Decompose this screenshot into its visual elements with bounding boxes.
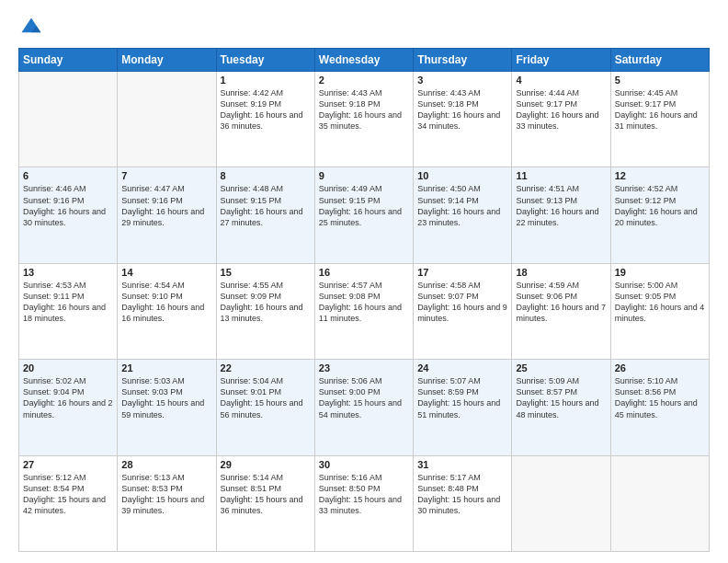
calendar-cell: 1 Sunrise: 4:42 AMSunset: 9:19 PMDayligh… <box>216 72 314 167</box>
calendar-cell: 17 Sunrise: 4:58 AMSunset: 9:07 PMDaylig… <box>414 263 512 359</box>
day-info: Sunrise: 5:09 AMSunset: 8:57 PMDaylight:… <box>516 375 606 420</box>
calendar-cell: 31 Sunrise: 5:17 AMSunset: 8:48 PMDaylig… <box>414 455 512 551</box>
calendar-cell: 21 Sunrise: 5:03 AMSunset: 9:03 PMDaylig… <box>118 360 216 455</box>
week-row-3: 20 Sunrise: 5:02 AMSunset: 9:04 PMDaylig… <box>19 360 710 455</box>
day-info: Sunrise: 4:58 AMSunset: 9:07 PMDaylight:… <box>417 280 507 325</box>
day-number: 4 <box>516 75 606 86</box>
day-info: Sunrise: 5:07 AMSunset: 8:59 PMDaylight:… <box>417 375 507 420</box>
day-number: 30 <box>319 459 409 470</box>
calendar-cell: 26 Sunrise: 5:10 AMSunset: 8:56 PMDaylig… <box>610 360 709 455</box>
calendar-cell: 12 Sunrise: 4:52 AMSunset: 9:12 PMDaylig… <box>610 167 709 263</box>
day-number: 20 <box>23 362 113 373</box>
day-number: 10 <box>417 170 507 181</box>
day-number: 23 <box>319 362 409 373</box>
day-number: 15 <box>221 267 311 278</box>
day-number: 19 <box>615 267 705 278</box>
calendar-cell: 7 Sunrise: 4:47 AMSunset: 9:16 PMDayligh… <box>118 167 216 263</box>
header <box>18 15 710 40</box>
calendar-cell <box>19 72 118 167</box>
day-number: 22 <box>221 362 311 373</box>
logo-icon <box>18 15 44 40</box>
calendar-cell: 30 Sunrise: 5:16 AMSunset: 8:50 PMDaylig… <box>314 455 413 551</box>
day-info: Sunrise: 4:53 AMSunset: 9:11 PMDaylight:… <box>23 280 113 325</box>
weekday-header-saturday: Saturday <box>610 49 709 72</box>
day-number: 9 <box>319 170 409 181</box>
calendar-cell <box>610 455 709 551</box>
day-info: Sunrise: 5:06 AMSunset: 9:00 PMDaylight:… <box>319 375 409 420</box>
calendar-table: SundayMondayTuesdayWednesdayThursdayFrid… <box>18 48 710 552</box>
day-info: Sunrise: 5:13 AMSunset: 8:53 PMDaylight:… <box>121 472 211 517</box>
day-number: 14 <box>121 267 211 278</box>
calendar-cell: 14 Sunrise: 4:54 AMSunset: 9:10 PMDaylig… <box>118 263 216 359</box>
day-info: Sunrise: 4:42 AMSunset: 9:19 PMDaylight:… <box>221 87 311 132</box>
day-info: Sunrise: 4:57 AMSunset: 9:08 PMDaylight:… <box>319 280 409 325</box>
weekday-header-thursday: Thursday <box>414 49 512 72</box>
calendar-cell: 8 Sunrise: 4:48 AMSunset: 9:15 PMDayligh… <box>216 167 314 263</box>
week-row-0: 1 Sunrise: 4:42 AMSunset: 9:19 PMDayligh… <box>19 72 710 167</box>
day-number: 24 <box>417 362 507 373</box>
day-info: Sunrise: 5:00 AMSunset: 9:05 PMDaylight:… <box>615 280 705 325</box>
calendar-cell: 15 Sunrise: 4:55 AMSunset: 9:09 PMDaylig… <box>216 263 314 359</box>
day-info: Sunrise: 5:10 AMSunset: 8:56 PMDaylight:… <box>615 375 705 420</box>
day-info: Sunrise: 4:49 AMSunset: 9:15 PMDaylight:… <box>319 183 409 228</box>
week-row-1: 6 Sunrise: 4:46 AMSunset: 9:16 PMDayligh… <box>19 167 710 263</box>
day-info: Sunrise: 4:55 AMSunset: 9:09 PMDaylight:… <box>221 280 311 325</box>
weekday-header-row: SundayMondayTuesdayWednesdayThursdayFrid… <box>19 49 710 72</box>
calendar-cell: 20 Sunrise: 5:02 AMSunset: 9:04 PMDaylig… <box>19 360 118 455</box>
day-info: Sunrise: 4:48 AMSunset: 9:15 PMDaylight:… <box>221 183 311 228</box>
day-number: 17 <box>417 267 507 278</box>
weekday-header-friday: Friday <box>512 49 610 72</box>
day-number: 7 <box>121 170 211 181</box>
day-number: 29 <box>221 459 311 470</box>
day-number: 21 <box>121 362 211 373</box>
day-number: 31 <box>417 459 507 470</box>
day-number: 2 <box>319 75 409 86</box>
day-info: Sunrise: 5:04 AMSunset: 9:01 PMDaylight:… <box>221 375 311 420</box>
weekday-header-tuesday: Tuesday <box>216 49 314 72</box>
calendar-cell: 11 Sunrise: 4:51 AMSunset: 9:13 PMDaylig… <box>512 167 610 263</box>
calendar-cell: 27 Sunrise: 5:12 AMSunset: 8:54 PMDaylig… <box>19 455 118 551</box>
day-number: 28 <box>121 459 211 470</box>
week-row-4: 27 Sunrise: 5:12 AMSunset: 8:54 PMDaylig… <box>19 455 710 551</box>
day-number: 11 <box>516 170 606 181</box>
calendar-cell: 28 Sunrise: 5:13 AMSunset: 8:53 PMDaylig… <box>118 455 216 551</box>
day-info: Sunrise: 5:17 AMSunset: 8:48 PMDaylight:… <box>417 472 507 517</box>
week-row-2: 13 Sunrise: 4:53 AMSunset: 9:11 PMDaylig… <box>19 263 710 359</box>
weekday-header-sunday: Sunday <box>19 49 118 72</box>
calendar-cell: 10 Sunrise: 4:50 AMSunset: 9:14 PMDaylig… <box>414 167 512 263</box>
day-info: Sunrise: 4:43 AMSunset: 9:18 PMDaylight:… <box>417 87 507 132</box>
day-info: Sunrise: 5:14 AMSunset: 8:51 PMDaylight:… <box>221 472 311 517</box>
calendar-cell <box>118 72 216 167</box>
calendar-cell: 29 Sunrise: 5:14 AMSunset: 8:51 PMDaylig… <box>216 455 314 551</box>
day-number: 3 <box>417 75 507 86</box>
day-info: Sunrise: 4:46 AMSunset: 9:16 PMDaylight:… <box>23 183 113 228</box>
day-number: 26 <box>615 362 705 373</box>
day-number: 18 <box>516 267 606 278</box>
day-info: Sunrise: 4:44 AMSunset: 9:17 PMDaylight:… <box>516 87 606 132</box>
calendar-cell: 18 Sunrise: 4:59 AMSunset: 9:06 PMDaylig… <box>512 263 610 359</box>
day-number: 8 <box>221 170 311 181</box>
calendar-cell <box>512 455 610 551</box>
day-number: 25 <box>516 362 606 373</box>
day-info: Sunrise: 4:43 AMSunset: 9:18 PMDaylight:… <box>319 87 409 132</box>
calendar-cell: 6 Sunrise: 4:46 AMSunset: 9:16 PMDayligh… <box>19 167 118 263</box>
calendar-cell: 4 Sunrise: 4:44 AMSunset: 9:17 PMDayligh… <box>512 72 610 167</box>
calendar-cell: 24 Sunrise: 5:07 AMSunset: 8:59 PMDaylig… <box>414 360 512 455</box>
calendar-cell: 13 Sunrise: 4:53 AMSunset: 9:11 PMDaylig… <box>19 263 118 359</box>
day-info: Sunrise: 4:51 AMSunset: 9:13 PMDaylight:… <box>516 183 606 228</box>
calendar-cell: 25 Sunrise: 5:09 AMSunset: 8:57 PMDaylig… <box>512 360 610 455</box>
day-info: Sunrise: 5:16 AMSunset: 8:50 PMDaylight:… <box>319 472 409 517</box>
day-number: 16 <box>319 267 409 278</box>
day-number: 13 <box>23 267 113 278</box>
day-number: 5 <box>615 75 705 86</box>
day-info: Sunrise: 5:12 AMSunset: 8:54 PMDaylight:… <box>23 472 113 517</box>
day-info: Sunrise: 4:59 AMSunset: 9:06 PMDaylight:… <box>516 280 606 325</box>
logo <box>18 15 48 40</box>
day-info: Sunrise: 5:03 AMSunset: 9:03 PMDaylight:… <box>121 375 211 420</box>
calendar-cell: 19 Sunrise: 5:00 AMSunset: 9:05 PMDaylig… <box>610 263 709 359</box>
page: SundayMondayTuesdayWednesdayThursdayFrid… <box>0 0 728 563</box>
day-info: Sunrise: 4:54 AMSunset: 9:10 PMDaylight:… <box>121 280 211 325</box>
day-number: 27 <box>23 459 113 470</box>
day-info: Sunrise: 4:50 AMSunset: 9:14 PMDaylight:… <box>417 183 507 228</box>
day-info: Sunrise: 4:45 AMSunset: 9:17 PMDaylight:… <box>615 87 705 132</box>
